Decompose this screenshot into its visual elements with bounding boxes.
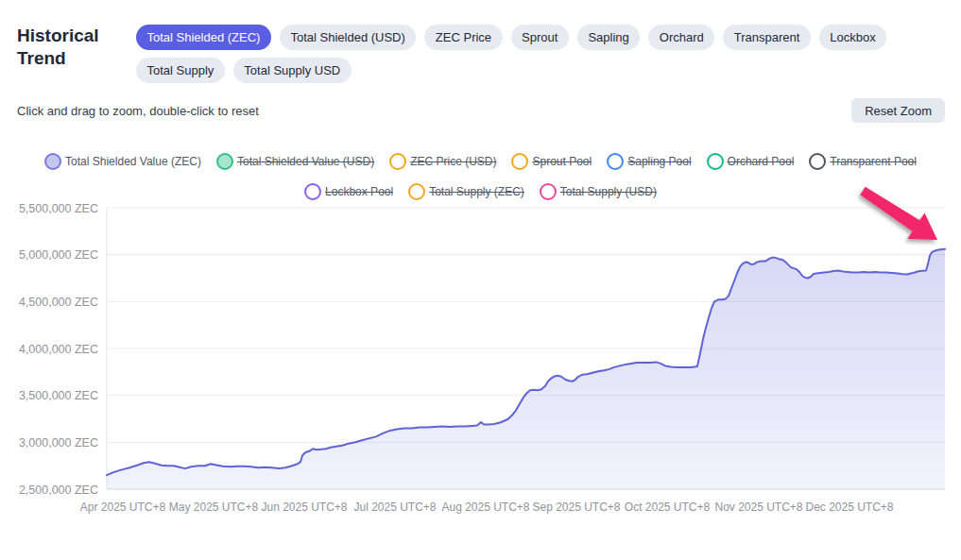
x-axis-label: Aug 2025 UTC+8: [441, 501, 529, 514]
y-axis-label: 5,000,000 ZEC: [19, 248, 98, 262]
y-axis-label: 5,500,000 ZEC: [19, 202, 98, 215]
x-axis-label: Sep 2025 UTC+8: [532, 501, 620, 514]
x-axis-label: Apr 2025 UTC+8: [80, 501, 166, 514]
x-axis-label: Jun 2025 UTC+8: [261, 501, 347, 514]
x-axis-label: Oct 2025 UTC+8: [625, 501, 711, 514]
x-axis-label: Nov 2025 UTC+8: [714, 501, 802, 514]
y-axis-label: 3,500,000 ZEC: [19, 389, 98, 402]
historical-trend-chart: 5,500,000 ZEC5,000,000 ZEC4,500,000 ZEC4…: [0, 0, 961, 560]
y-axis-label: 4,500,000 ZEC: [19, 296, 98, 309]
y-axis-label: 2,500,000 ZEC: [19, 484, 98, 497]
chart-plot-area[interactable]: [107, 208, 945, 489]
x-axis-label: May 2025 UTC+8: [169, 501, 259, 514]
x-axis-label: Dec 2025 UTC+8: [805, 501, 893, 514]
y-axis-label: 3,000,000 ZEC: [19, 436, 98, 450]
x-axis-label: Jul 2025 UTC+8: [353, 501, 436, 514]
y-axis-label: 4,000,000 ZEC: [19, 343, 98, 356]
